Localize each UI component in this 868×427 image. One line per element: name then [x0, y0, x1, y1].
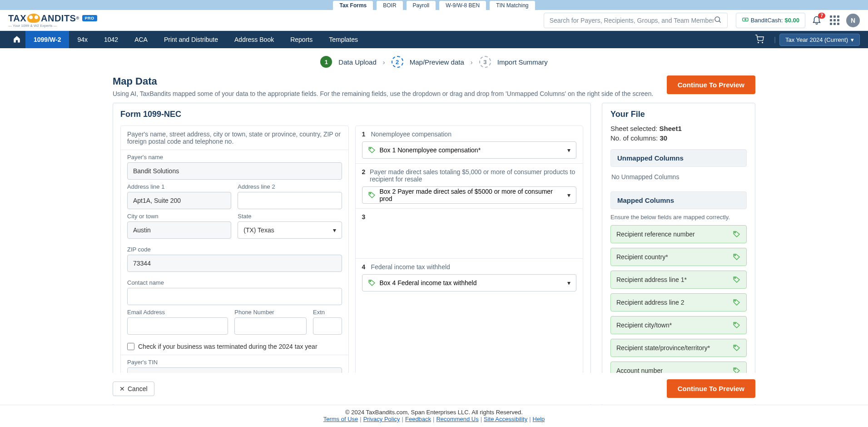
nav-templates[interactable]: Templates — [321, 31, 366, 48]
top-tab-w9w8[interactable]: W-9/W-8 BEN — [439, 0, 486, 10]
box4-select[interactable]: Box 4 Federal income tax withheld ▾ — [362, 274, 577, 291]
footer: © 2024 TaxBandits.com, Span Enterprises … — [0, 405, 868, 427]
mapped-column-item[interactable]: Recipient country* — [610, 248, 747, 266]
footer-link[interactable]: Privacy Policy — [363, 416, 400, 422]
svg-point-7 — [370, 193, 371, 194]
email-input[interactable] — [127, 317, 228, 335]
search-input[interactable] — [550, 17, 714, 24]
continue-button-top[interactable]: Continue To Preview — [667, 75, 755, 94]
cols-value: 30 — [660, 134, 667, 142]
sidebar-title: Your File — [610, 110, 747, 119]
state-label: State — [238, 213, 342, 220]
mapped-column-item[interactable]: Recipient city/town* — [610, 316, 747, 334]
contact-input[interactable] — [127, 288, 342, 305]
svg-point-9 — [734, 232, 735, 233]
box1-select[interactable]: Box 1 Nonemployee compensation* ▾ — [362, 141, 577, 159]
unmapped-empty: No Unmapped Columns — [610, 171, 747, 184]
footer-link[interactable]: Site Accessibility — [484, 416, 527, 422]
nav-1099-w2[interactable]: 1099/W-2 — [25, 31, 69, 48]
step-2-label: Map/Preview data — [410, 58, 464, 66]
mapped-column-item[interactable]: Recipient address line 1* — [610, 271, 747, 289]
nav-94x[interactable]: 94x — [69, 31, 96, 48]
extn-input[interactable] — [313, 317, 342, 335]
footer-separator: | — [358, 416, 363, 422]
state-value: (TX) Texas — [243, 226, 274, 234]
terminated-checkbox[interactable] — [127, 343, 134, 350]
top-tab-payroll[interactable]: Payroll — [406, 0, 436, 10]
footer-link[interactable]: Terms of Use — [323, 416, 358, 422]
nav-divider: | — [770, 36, 779, 43]
payer-name-input[interactable] — [127, 162, 342, 180]
page-title: Map Data — [113, 75, 653, 87]
footer-separator: | — [431, 416, 436, 422]
sheet-value: Sheet1 — [660, 125, 682, 132]
box2-select[interactable]: Box 2 Payer made direct sales of $5000 o… — [362, 186, 577, 204]
mapped-column-label: Recipient reference number — [616, 231, 695, 238]
top-tab-tax-forms[interactable]: Tax Forms — [332, 0, 373, 10]
logo-text-b: ANDITS — [41, 13, 76, 24]
chevron-right-icon: › — [471, 58, 473, 66]
svg-point-15 — [734, 368, 735, 369]
footer-link[interactable]: Recommend Us — [436, 416, 478, 422]
nav-1042[interactable]: 1042 — [96, 31, 126, 48]
apps-icon[interactable] — [830, 15, 840, 25]
mapped-column-item[interactable]: Recipient state/province/territory* — [610, 339, 747, 357]
footer-link[interactable]: Help — [533, 416, 545, 422]
logo-pro-badge: PRO — [82, 15, 97, 21]
svg-point-5 — [762, 42, 763, 43]
tax-year-label: Tax Year 2024 (Current) — [785, 36, 848, 43]
page-header: Map Data Using AI, TaxBandits mapped som… — [113, 75, 755, 97]
tax-year-selector[interactable]: Tax Year 2024 (Current) ▾ — [779, 34, 860, 46]
addr2-input[interactable] — [238, 192, 342, 209]
addr2-label: Address line 2 — [238, 183, 342, 190]
svg-point-11 — [734, 277, 735, 278]
mapped-column-item[interactable]: Recipient reference number — [610, 225, 747, 243]
box2-value: Box 2 Payer made direct sales of $5000 o… — [380, 188, 564, 202]
footer-link[interactable]: Feedback — [405, 416, 431, 422]
logo[interactable]: TAX ANDITS ® PRO — Your 1099 & W2 Expert… — [8, 13, 97, 28]
box1-value: Box 1 Nonemployee compensation* — [380, 146, 481, 154]
tag-icon — [733, 321, 741, 329]
svg-point-14 — [734, 346, 735, 347]
sheet-label: Sheet selected: — [610, 125, 657, 132]
nav-print[interactable]: Print and Distribute — [156, 31, 226, 48]
payer-section-desc: Payer's name, street address, city or to… — [121, 126, 348, 150]
mapped-column-item[interactable]: Recipient address line 2 — [610, 293, 747, 311]
logo-text-a: TAX — [8, 13, 26, 24]
footer-separator: | — [479, 416, 484, 422]
global-search[interactable] — [544, 13, 728, 28]
contact-label: Contact name — [127, 279, 342, 286]
continue-button-bottom[interactable]: Continue To Preview — [667, 379, 755, 398]
stepper: 1 Data Upload › 2 Map/Preview data › 3 I… — [0, 48, 868, 75]
avatar[interactable]: N — [846, 14, 860, 27]
zip-label: ZIP code — [127, 246, 342, 253]
cancel-button[interactable]: ✕ Cancel — [113, 382, 154, 396]
cart-icon[interactable] — [749, 35, 770, 45]
tag-icon — [733, 344, 741, 352]
svg-point-12 — [734, 300, 735, 301]
form-title: Form 1099-NEC — [120, 110, 583, 119]
svg-point-13 — [734, 323, 735, 324]
notifications-button[interactable]: 7 — [812, 15, 823, 26]
svg-rect-2 — [743, 18, 748, 21]
search-icon — [714, 15, 722, 25]
chevron-down-icon: ▾ — [567, 191, 570, 199]
top-tab-tin[interactable]: TIN Matching — [489, 0, 535, 10]
top-tab-boir[interactable]: BOIR — [376, 0, 403, 10]
addr1-label: Address line 1 — [127, 183, 231, 190]
payer-section: Payer's name, street address, city or to… — [120, 126, 349, 389]
footer-separator: | — [400, 416, 405, 422]
cancel-label: Cancel — [128, 385, 148, 392]
zip-input[interactable] — [127, 255, 342, 272]
mapped-heading: Mapped Columns — [610, 191, 747, 209]
phone-input[interactable] — [234, 317, 307, 335]
nav-aca[interactable]: ACA — [126, 31, 156, 48]
state-select[interactable]: (TX) Texas ▾ — [238, 221, 342, 239]
svg-line-1 — [719, 21, 720, 22]
nav-address-book[interactable]: Address Book — [226, 31, 282, 48]
bandit-cash-button[interactable]: BanditCash: $0.00 — [736, 13, 805, 28]
city-input[interactable] — [127, 221, 231, 239]
nav-reports[interactable]: Reports — [282, 31, 321, 48]
nav-home[interactable] — [8, 35, 25, 45]
addr1-input[interactable] — [127, 192, 231, 209]
